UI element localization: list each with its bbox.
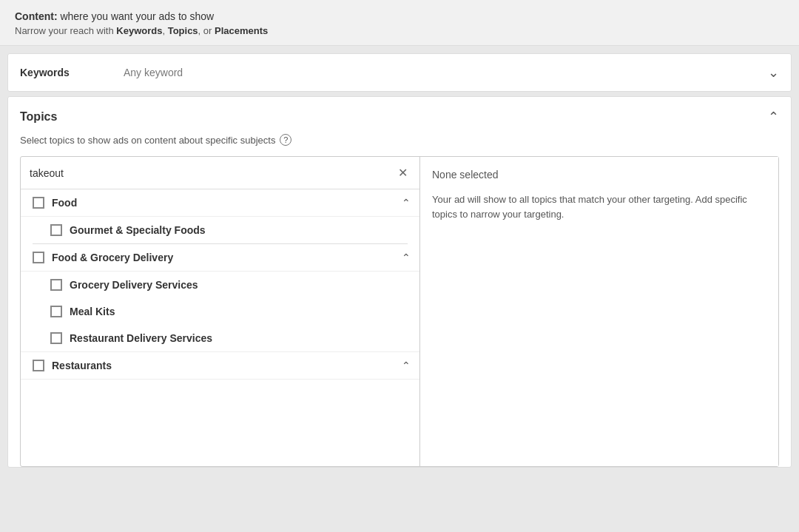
header-title: Content: where you want your ads to show: [15, 10, 784, 22]
sep2: , or: [198, 25, 215, 36]
keywords-chevron-down-icon: ⌄: [768, 64, 779, 81]
page-wrapper: Content: where you want your ads to show…: [0, 0, 799, 468]
sep1: ,: [162, 25, 167, 36]
topics-description: Select topics to show ads on content abo…: [20, 134, 779, 146]
topics-description-text: Select topics to show ads on content abo…: [20, 135, 275, 146]
topic-checkbox-grocery-delivery[interactable]: [50, 279, 62, 291]
topic-item-grocery-delivery[interactable]: Grocery Delivery Services: [21, 272, 419, 298]
topic-item-meal-kits[interactable]: Meal Kits: [21, 298, 419, 325]
header-title-rest: where you want your ads to show: [58, 10, 215, 22]
topics-chevron-up-icon[interactable]: ⌃: [768, 109, 779, 125]
info-text: Your ad will show to all topics that mat…: [432, 192, 766, 221]
subtitle-keywords: Keywords: [116, 25, 162, 36]
keywords-row[interactable]: Keywords Any keyword ⌄: [7, 53, 792, 92]
topics-title: Topics: [20, 110, 57, 124]
topics-panel: Topics ⌃ Select topics to show ads on co…: [7, 96, 792, 468]
topic-checkbox-food[interactable]: [33, 197, 44, 209]
header-section: Content: where you want your ads to show…: [0, 0, 799, 46]
topic-expand-food-grocery-icon[interactable]: ⌃: [402, 252, 411, 263]
content-label: Content:: [15, 10, 58, 22]
topics-header: Topics ⌃: [20, 109, 779, 125]
subtitle-placements: Placements: [215, 25, 268, 36]
topic-checkbox-food-grocery[interactable]: [33, 252, 44, 263]
search-input-row: ✕: [21, 157, 419, 189]
topic-label-food: Food: [52, 197, 394, 209]
topic-item-food-grocery[interactable]: Food & Grocery Delivery ⌃: [21, 244, 419, 272]
subtitle-pre: Narrow your reach with: [15, 25, 116, 36]
search-results-container: ✕ Food ⌃ Gourmet & Specialty Foods: [20, 156, 779, 467]
topic-expand-restaurants-icon[interactable]: ⌃: [402, 360, 411, 371]
left-panel: ✕ Food ⌃ Gourmet & Specialty Foods: [21, 157, 420, 466]
keywords-value: Any keyword: [124, 67, 768, 78]
topic-label-gourmet: Gourmet & Specialty Foods: [70, 224, 411, 236]
topic-list: Food ⌃ Gourmet & Specialty Foods Food & …: [21, 189, 419, 466]
topic-label-grocery-delivery: Grocery Delivery Services: [70, 279, 411, 291]
topic-label-restaurants: Restaurants: [52, 360, 394, 371]
topic-label-restaurant-delivery: Restaurant Delivery Services: [70, 332, 411, 344]
topic-item-gourmet[interactable]: Gourmet & Specialty Foods: [21, 217, 419, 243]
topics-search-input[interactable]: [30, 167, 395, 179]
topic-checkbox-gourmet[interactable]: [50, 224, 62, 236]
none-selected-label: None selected: [432, 169, 766, 181]
header-subtitle: Narrow your reach with Keywords, Topics,…: [15, 25, 784, 36]
topic-label-food-grocery: Food & Grocery Delivery: [52, 252, 394, 263]
subtitle-topics: Topics: [168, 25, 198, 36]
topic-label-meal-kits: Meal Kits: [70, 306, 411, 317]
keywords-label: Keywords: [20, 67, 124, 78]
help-icon[interactable]: ?: [280, 134, 291, 146]
right-panel: None selected Your ad will show to all t…: [420, 157, 778, 466]
topic-checkbox-restaurants[interactable]: [33, 360, 44, 371]
topic-item-food[interactable]: Food ⌃: [21, 189, 419, 217]
clear-search-icon[interactable]: ✕: [395, 164, 411, 181]
topic-checkbox-restaurant-delivery[interactable]: [50, 332, 62, 344]
topic-item-restaurants[interactable]: Restaurants ⌃: [21, 352, 419, 380]
topic-expand-food-icon[interactable]: ⌃: [402, 197, 411, 209]
topic-item-restaurant-delivery[interactable]: Restaurant Delivery Services: [21, 325, 419, 352]
topic-checkbox-meal-kits[interactable]: [50, 306, 62, 317]
